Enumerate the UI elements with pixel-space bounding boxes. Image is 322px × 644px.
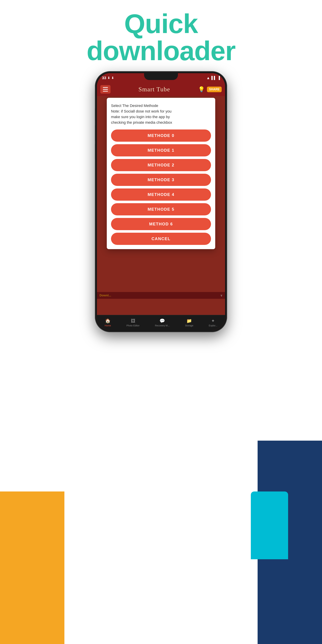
explorer-icon: ✦ (211, 318, 215, 324)
page-title: Quick downloader (0, 10, 322, 64)
method-2-button[interactable]: METHODE 2 (111, 159, 211, 171)
page-title-area: Quick downloader (0, 10, 322, 64)
share-badge[interactable]: SHARE (207, 86, 222, 92)
nav-explorer[interactable]: ✦ Explor... (209, 318, 218, 327)
nav-home[interactable]: 🏠 Home (105, 318, 111, 327)
bottom-nav: 🏠 Home 🖼 Photo Editor 💬 Recovery M... 📁 … (97, 315, 225, 330)
status-left: 33 ⬇ ⬇ (102, 76, 114, 80)
photo-editor-icon: 🖼 (131, 318, 135, 324)
download-icon1: ⬇ (108, 76, 110, 80)
bg-yellow-block (0, 492, 64, 644)
nav-home-label: Home (105, 324, 111, 327)
bg-cyan-block (251, 492, 288, 559)
nav-recovery[interactable]: 💬 Recovery M... (155, 318, 170, 327)
nav-recovery-label: Recovery M... (155, 324, 170, 327)
storage-icon: 📁 (186, 318, 192, 324)
dialog-message: Select The Desired Methode Note: if Soci… (111, 103, 211, 125)
title-line1: Quick (0, 10, 322, 37)
volume-down-button (95, 144, 95, 159)
volume-up-button (95, 126, 95, 141)
signal-icon: ▌▌ (211, 76, 216, 80)
download-icon2: ⬇ (111, 76, 114, 80)
method-3-button[interactable]: METHODE 3 (111, 174, 211, 186)
method-0-button[interactable]: METHODE 0 (111, 130, 211, 142)
app-bar: Smart Tube 💡 SHARE (97, 82, 225, 96)
menu-line (103, 89, 108, 90)
phone-inner: 33 ⬇ ⬇ ▲ ▌▌ ▐ Smart Tube (97, 73, 225, 330)
silent-button (95, 108, 95, 120)
app-title: Smart Tube (110, 86, 198, 93)
wifi-icon: ▲ (206, 76, 210, 80)
nav-storage-label: Storage (185, 324, 193, 327)
status-time: 33 (102, 76, 106, 80)
nav-photo-label: Photo Editor (126, 324, 140, 327)
menu-button[interactable] (100, 85, 110, 94)
method-6-button[interactable]: METHOD 6 (111, 218, 211, 230)
status-right: ▲ ▌▌ ▐ (206, 76, 220, 80)
dialog-box: Select The Desired Methode Note: if Soci… (107, 98, 215, 249)
phone-content: Buzz chat Yo... Quick (97, 96, 225, 315)
phone-frame: 33 ⬇ ⬇ ▲ ▌▌ ▐ Smart Tube (95, 71, 227, 332)
bulb-icon[interactable]: 💡 (198, 86, 205, 92)
method-5-button[interactable]: METHODE 5 (111, 203, 211, 216)
nav-explorer-label: Explor... (209, 324, 218, 327)
method-1-button[interactable]: METHODE 1 (111, 144, 211, 156)
app-icons-right: 💡 SHARE (198, 86, 222, 92)
recovery-icon: 💬 (160, 318, 165, 324)
nav-storage[interactable]: 📁 Storage (185, 318, 193, 327)
title-line2: downloader (0, 37, 322, 64)
home-icon: 🏠 (105, 318, 110, 324)
phone-notch (144, 73, 178, 80)
battery-icon: ▐ (218, 76, 220, 80)
cancel-button[interactable]: CANCEL (111, 233, 211, 245)
dialog-overlay: Select The Desired Methode Note: if Soci… (97, 96, 225, 315)
nav-photo-editor[interactable]: 🖼 Photo Editor (126, 318, 140, 327)
power-button (227, 122, 227, 139)
phone-wrapper: 33 ⬇ ⬇ ▲ ▌▌ ▐ Smart Tube (85, 71, 237, 580)
method-4-button[interactable]: METHODE 4 (111, 188, 211, 201)
menu-line (103, 87, 108, 88)
menu-line (103, 91, 108, 92)
